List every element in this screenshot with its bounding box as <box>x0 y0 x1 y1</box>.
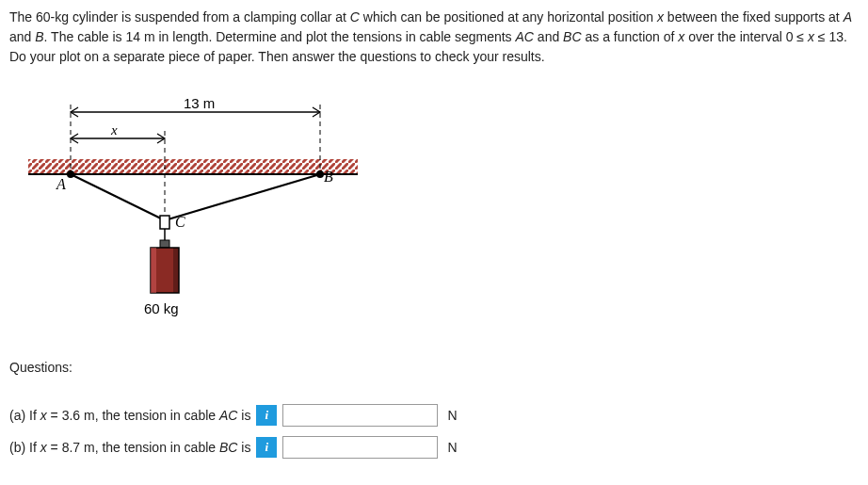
svg-line-11 <box>71 174 165 220</box>
x-label: x <box>110 122 118 137</box>
svg-rect-1 <box>28 159 358 174</box>
unit-n: N <box>447 406 457 426</box>
questions-heading: Questions: <box>9 358 859 378</box>
question-a: (a) If x = 3.6 m, the tension in cable A… <box>9 404 859 427</box>
label-c: C <box>175 214 185 230</box>
question-b: (b) If x = 8.7 m, the tension in cable B… <box>9 436 859 459</box>
problem-statement: The 60-kg cylinder is suspended from a c… <box>9 8 859 67</box>
svg-rect-18 <box>173 248 179 293</box>
problem-diagram: 13 m x A B C 60 kg bind <box>19 84 859 330</box>
svg-rect-17 <box>151 248 156 293</box>
span-label: 13 m <box>184 95 215 111</box>
question-b-text: (b) If x = 8.7 m, the tension in cable B… <box>9 438 250 458</box>
svg-rect-15 <box>160 240 169 248</box>
svg-line-12 <box>165 174 320 220</box>
info-icon[interactable]: i <box>256 437 277 458</box>
label-a: A <box>56 176 66 192</box>
answer-b-input[interactable] <box>282 436 438 459</box>
answer-a-input[interactable] <box>282 404 438 427</box>
question-a-text: (a) If x = 3.6 m, the tension in cable A… <box>9 406 250 426</box>
info-icon[interactable]: i <box>256 405 277 426</box>
unit-n: N <box>447 438 457 458</box>
mass-label: 60 kg <box>144 300 179 316</box>
svg-rect-13 <box>160 216 169 229</box>
label-b: B <box>324 169 333 185</box>
